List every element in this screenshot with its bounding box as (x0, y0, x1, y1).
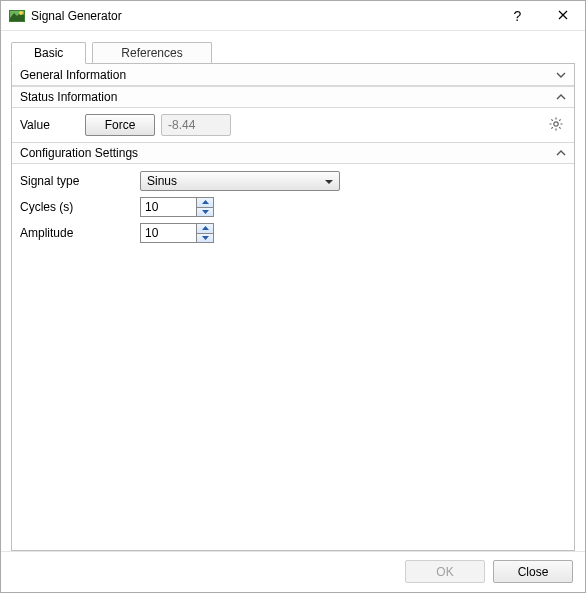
tab-strip: Basic References (11, 41, 575, 63)
help-icon: ? (514, 8, 522, 24)
titlebar: Signal Generator ? (1, 1, 585, 31)
cycles-decrement[interactable] (197, 207, 213, 217)
tab-basic[interactable]: Basic (11, 42, 86, 64)
tab-references[interactable]: References (92, 42, 211, 63)
force-button[interactable]: Force (85, 114, 155, 136)
signal-type-select[interactable]: Sinus (140, 171, 340, 191)
value-row: Value Force -8.44 (20, 112, 566, 138)
section-body-config: Signal type Sinus Cycles (s) (12, 164, 574, 250)
value-label: Value (20, 118, 85, 132)
cycles-row: Cycles (s) (20, 194, 566, 220)
section-title: Status Information (20, 90, 117, 104)
chevron-down-icon (325, 174, 333, 188)
tabs-container: Basic References General Information Sta… (1, 31, 585, 551)
cycles-spinner (140, 197, 214, 217)
amplitude-row: Amplitude (20, 220, 566, 246)
close-window-button[interactable] (540, 1, 585, 31)
section-title: Configuration Settings (20, 146, 138, 160)
spinner-buttons (196, 197, 214, 217)
signal-type-row: Signal type Sinus (20, 168, 566, 194)
amplitude-label: Amplitude (20, 226, 140, 240)
section-header-config[interactable]: Configuration Settings (12, 142, 574, 164)
app-icon (9, 8, 25, 24)
dialog-window: Signal Generator ? Basic References Gene… (0, 0, 586, 593)
amplitude-decrement[interactable] (197, 233, 213, 243)
amplitude-input[interactable] (140, 223, 196, 243)
spinner-buttons (196, 223, 214, 243)
chevron-down-icon (556, 70, 566, 80)
tab-panel: General Information Status Information V… (11, 63, 575, 551)
section-header-status[interactable]: Status Information (12, 86, 574, 108)
close-icon (558, 9, 568, 23)
tab-label: References (121, 46, 182, 60)
amplitude-increment[interactable] (197, 224, 213, 233)
cycles-label: Cycles (s) (20, 200, 140, 214)
section-body-status: Value Force -8.44 (12, 108, 574, 142)
section-header-general[interactable]: General Information (12, 64, 574, 86)
tab-label: Basic (34, 46, 63, 60)
window-title: Signal Generator (31, 9, 495, 23)
select-value: Sinus (147, 174, 177, 188)
value-readout: -8.44 (161, 114, 231, 136)
gear-icon (548, 116, 564, 135)
ok-button[interactable]: OK (405, 560, 485, 583)
settings-button[interactable] (546, 115, 566, 135)
section-title: General Information (20, 68, 126, 82)
cycles-input[interactable] (140, 197, 196, 217)
svg-point-3 (554, 121, 558, 125)
dialog-footer: OK Close (1, 551, 585, 591)
amplitude-spinner (140, 223, 214, 243)
chevron-up-icon (556, 92, 566, 102)
help-button[interactable]: ? (495, 1, 540, 31)
signal-type-label: Signal type (20, 174, 140, 188)
close-button[interactable]: Close (493, 560, 573, 583)
svg-point-2 (19, 11, 23, 15)
chevron-up-icon (556, 148, 566, 158)
cycles-increment[interactable] (197, 198, 213, 207)
